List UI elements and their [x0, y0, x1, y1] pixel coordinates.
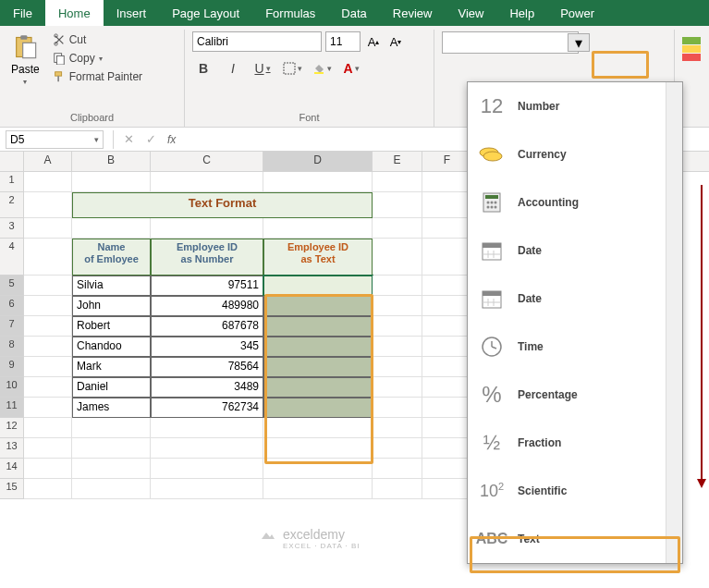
- table-cell-text[interactable]: [263, 276, 373, 296]
- italic-button[interactable]: I: [222, 57, 244, 80]
- table-cell-text[interactable]: [263, 377, 373, 398]
- tab-home[interactable]: Home: [45, 0, 104, 26]
- dropdown-scrollbar[interactable]: [666, 82, 682, 563]
- format-painter-button[interactable]: Format Painter: [49, 68, 146, 85]
- empty-cell[interactable]: [373, 316, 422, 337]
- table-cell-name[interactable]: James: [72, 398, 151, 418]
- empty-cell[interactable]: [151, 479, 263, 499]
- empty-cell[interactable]: [422, 218, 472, 239]
- row-header-5[interactable]: 5: [0, 276, 24, 296]
- empty-cell[interactable]: [373, 296, 422, 316]
- format-option-scientific[interactable]: 102Scientific: [468, 467, 682, 515]
- col-header-E[interactable]: E: [373, 152, 422, 171]
- empty-cell[interactable]: [24, 172, 72, 192]
- table-title[interactable]: Text Format: [72, 192, 373, 218]
- empty-cell[interactable]: [24, 296, 72, 316]
- increase-font-button[interactable]: A▴: [364, 32, 383, 51]
- empty-cell[interactable]: [72, 479, 151, 499]
- format-option-accounting[interactable]: Accounting: [468, 178, 682, 227]
- table-cell-name[interactable]: Daniel: [72, 377, 151, 398]
- format-option-date[interactable]: Date: [468, 275, 682, 323]
- empty-cell[interactable]: [422, 479, 472, 499]
- table-cell-id[interactable]: 687678: [151, 316, 263, 337]
- row-header-3[interactable]: 3: [0, 218, 24, 239]
- empty-cell[interactable]: [422, 337, 472, 357]
- empty-cell[interactable]: [151, 218, 263, 239]
- empty-cell[interactable]: [24, 398, 72, 418]
- row-header-11[interactable]: 11: [0, 398, 24, 418]
- empty-cell[interactable]: [422, 296, 472, 316]
- row-header-4[interactable]: 4: [0, 239, 24, 276]
- number-format-select[interactable]: [442, 31, 579, 54]
- empty-cell[interactable]: [422, 192, 472, 218]
- empty-cell[interactable]: [151, 418, 263, 438]
- empty-cell[interactable]: [422, 418, 472, 438]
- empty-cell[interactable]: [72, 218, 151, 239]
- empty-cell[interactable]: [422, 316, 472, 337]
- tab-power[interactable]: Power: [547, 0, 607, 26]
- row-header-12[interactable]: 12: [0, 418, 24, 438]
- borders-button[interactable]: [281, 57, 303, 80]
- empty-cell[interactable]: [72, 459, 151, 479]
- empty-cell[interactable]: [373, 239, 422, 276]
- empty-cell[interactable]: [373, 192, 422, 218]
- empty-cell[interactable]: [373, 337, 422, 357]
- table-cell-id[interactable]: 97511: [151, 276, 263, 296]
- conditional-formatting-icon[interactable]: [680, 35, 703, 63]
- table-cell-id[interactable]: 3489: [151, 377, 263, 398]
- empty-cell[interactable]: [24, 218, 72, 239]
- bold-button[interactable]: B: [192, 57, 214, 80]
- empty-cell[interactable]: [24, 337, 72, 357]
- tab-view[interactable]: View: [445, 0, 496, 26]
- empty-cell[interactable]: [373, 398, 422, 418]
- confirm-formula-button[interactable]: ✓: [140, 132, 162, 146]
- empty-cell[interactable]: [373, 479, 422, 499]
- empty-cell[interactable]: [263, 479, 373, 499]
- empty-cell[interactable]: [24, 316, 72, 337]
- empty-cell[interactable]: [263, 418, 373, 438]
- table-cell-name[interactable]: Silvia: [72, 276, 151, 296]
- font-family-select[interactable]: [192, 31, 322, 52]
- table-cell-id[interactable]: 78564: [151, 357, 263, 377]
- empty-cell[interactable]: [263, 172, 373, 192]
- empty-cell[interactable]: [24, 459, 72, 479]
- format-option-fraction[interactable]: ½Fraction: [468, 419, 682, 467]
- empty-cell[interactable]: [422, 172, 472, 192]
- format-option-number[interactable]: 12Number: [468, 82, 682, 130]
- paste-button[interactable]: Paste ▾: [7, 31, 43, 88]
- empty-cell[interactable]: [422, 239, 472, 276]
- empty-cell[interactable]: [72, 438, 151, 459]
- table-cell-name[interactable]: Robert: [72, 316, 151, 337]
- empty-cell[interactable]: [24, 357, 72, 377]
- col-header-D[interactable]: D: [263, 152, 373, 171]
- table-header[interactable]: Employee IDas Text: [263, 239, 373, 276]
- table-cell-text[interactable]: [263, 398, 373, 418]
- row-header-13[interactable]: 13: [0, 438, 24, 459]
- table-cell-name[interactable]: Mark: [72, 357, 151, 377]
- empty-cell[interactable]: [24, 418, 72, 438]
- tab-review[interactable]: Review: [380, 0, 446, 26]
- table-cell-id[interactable]: 489980: [151, 296, 263, 316]
- table-cell-id[interactable]: 345: [151, 337, 263, 357]
- empty-cell[interactable]: [151, 459, 263, 479]
- empty-cell[interactable]: [263, 438, 373, 459]
- table-header[interactable]: Nameof Emloyee: [72, 239, 151, 276]
- format-option-text[interactable]: ABCText: [468, 515, 682, 563]
- empty-cell[interactable]: [422, 377, 472, 398]
- number-format-dropdown-arrow[interactable]: ▾: [568, 33, 590, 52]
- empty-cell[interactable]: [263, 218, 373, 239]
- row-header-6[interactable]: 6: [0, 296, 24, 316]
- format-option-time[interactable]: Time: [468, 323, 682, 371]
- empty-cell[interactable]: [151, 438, 263, 459]
- empty-cell[interactable]: [373, 172, 422, 192]
- select-all-corner[interactable]: [0, 152, 24, 171]
- font-size-select[interactable]: [325, 31, 361, 52]
- empty-cell[interactable]: [24, 276, 72, 296]
- row-header-10[interactable]: 10: [0, 377, 24, 398]
- empty-cell[interactable]: [422, 459, 472, 479]
- name-box[interactable]: D5 ▾: [6, 130, 104, 149]
- empty-cell[interactable]: [373, 377, 422, 398]
- col-header-A[interactable]: A: [24, 152, 72, 171]
- decrease-font-button[interactable]: A▾: [386, 32, 405, 51]
- tab-insert[interactable]: Insert: [104, 0, 160, 26]
